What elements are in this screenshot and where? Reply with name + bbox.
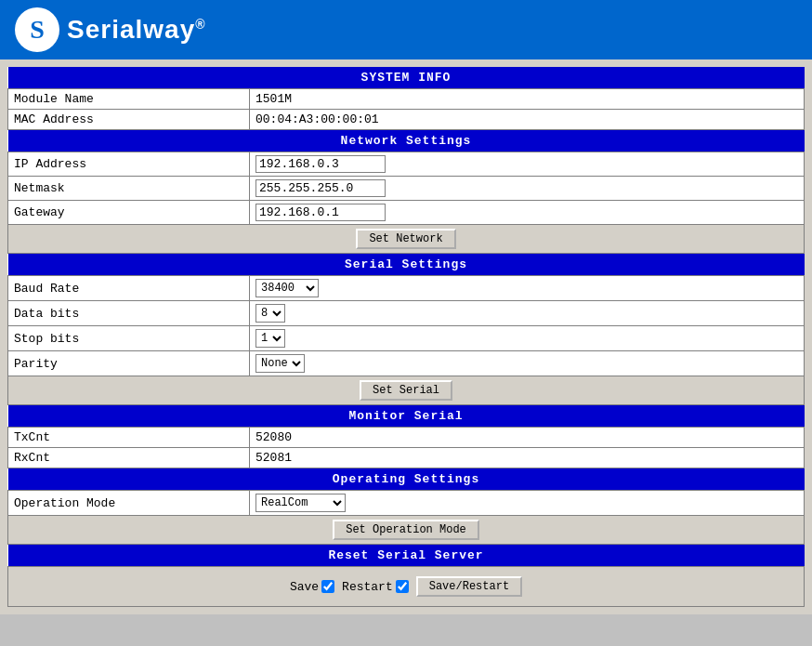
data-bits-cell: 7 8 xyxy=(250,301,805,326)
stop-bits-label: Stop bits xyxy=(8,326,250,351)
mac-address-label: MAC Address xyxy=(8,110,250,130)
parity-cell: None Odd Even xyxy=(250,351,805,376)
txcnt-row: TxCnt 52080 xyxy=(8,428,805,448)
bottom-bar: Save Restart Save/Restart xyxy=(13,572,799,601)
operating-settings-header-row: Operating Settings xyxy=(8,468,805,491)
set-operation-mode-cell: Set Operation Mode xyxy=(8,516,805,545)
netmask-row: Netmask xyxy=(8,177,805,201)
gateway-row: Gateway xyxy=(8,201,805,225)
set-serial-button[interactable]: Set Serial xyxy=(360,380,452,401)
parity-label: Parity xyxy=(8,351,250,376)
system-info-header-row: SYSTEM INFO xyxy=(8,67,805,89)
operation-mode-select[interactable]: RealCom TCP Server TCP Client UDP xyxy=(255,494,346,512)
save-checkbox[interactable] xyxy=(321,580,334,593)
restart-checkbox[interactable] xyxy=(396,580,409,593)
serial-settings-header-row: Serial Settings xyxy=(8,254,805,276)
header: S Serialway® xyxy=(0,0,812,59)
main-content: SYSTEM INFO Module Name 1501M MAC Addres… xyxy=(0,59,812,614)
data-bits-row: Data bits 7 8 xyxy=(8,301,805,326)
mac-address-value: 00:04:A3:00:00:01 xyxy=(250,110,805,130)
restart-label: Restart xyxy=(342,580,409,594)
data-bits-label: Data bits xyxy=(8,301,250,326)
baud-rate-cell: 9600 19200 38400 57600 115200 xyxy=(250,276,805,301)
reset-serial-server-controls-cell: Save Restart Save/Restart xyxy=(8,567,805,607)
stop-bits-select[interactable]: 1 2 xyxy=(255,329,285,348)
netmask-label: Netmask xyxy=(8,177,250,201)
operation-mode-cell: RealCom TCP Server TCP Client UDP xyxy=(250,491,805,516)
network-settings-header-row: Network Settings xyxy=(8,130,805,152)
reset-serial-server-header: Reset Serial Server xyxy=(8,545,805,567)
operation-mode-row: Operation Mode RealCom TCP Server TCP Cl… xyxy=(8,491,805,516)
logo-s-icon: S xyxy=(30,15,45,45)
save-label: Save xyxy=(290,580,334,594)
baud-rate-row: Baud Rate 9600 19200 38400 57600 115200 xyxy=(8,276,805,301)
monitor-serial-header: Monitor Serial xyxy=(8,405,805,428)
netmask-input[interactable] xyxy=(255,179,386,197)
netmask-cell xyxy=(250,177,805,201)
gateway-input[interactable] xyxy=(255,204,386,221)
baud-rate-select[interactable]: 9600 19200 38400 57600 115200 xyxy=(255,279,319,297)
reg-mark: ® xyxy=(195,17,205,32)
brand-name: Serialway® xyxy=(67,15,206,45)
network-settings-header: Network Settings xyxy=(8,130,805,152)
module-name-value: 1501M xyxy=(250,89,805,110)
gateway-cell xyxy=(250,201,805,225)
gateway-label: Gateway xyxy=(8,201,250,225)
set-network-row: Set Network xyxy=(8,225,805,254)
set-network-cell: Set Network xyxy=(8,225,805,254)
reset-serial-server-header-row: Reset Serial Server xyxy=(8,545,805,567)
ip-address-row: IP Address xyxy=(8,152,805,177)
module-name-label: Module Name xyxy=(8,89,250,110)
module-name-row: Module Name 1501M xyxy=(8,89,805,110)
stop-bits-cell: 1 2 xyxy=(250,326,805,351)
ip-address-cell xyxy=(250,152,805,177)
set-serial-cell: Set Serial xyxy=(8,376,805,405)
system-info-header: SYSTEM INFO xyxy=(8,67,805,89)
reset-serial-server-controls-row: Save Restart Save/Restart xyxy=(8,567,805,607)
serial-settings-header: Serial Settings xyxy=(8,254,805,276)
rxcnt-value: 52081 xyxy=(250,448,805,468)
logo-circle: S xyxy=(15,7,59,52)
rxcnt-row: RxCnt 52081 xyxy=(8,448,805,468)
set-network-button[interactable]: Set Network xyxy=(356,229,455,249)
ip-address-label: IP Address xyxy=(8,152,250,177)
txcnt-value: 52080 xyxy=(250,428,805,448)
monitor-serial-header-row: Monitor Serial xyxy=(8,405,805,428)
operating-settings-header: Operating Settings xyxy=(8,468,805,491)
parity-select[interactable]: None Odd Even xyxy=(255,354,305,373)
rxcnt-label: RxCnt xyxy=(8,448,250,468)
data-bits-select[interactable]: 7 8 xyxy=(255,304,285,323)
brand-name-text: Serialway xyxy=(67,15,195,44)
save-restart-button[interactable]: Save/Restart xyxy=(416,576,522,597)
mac-address-row: MAC Address 00:04:A3:00:00:01 xyxy=(8,110,805,130)
set-serial-row: Set Serial xyxy=(8,376,805,405)
main-table: SYSTEM INFO Module Name 1501M MAC Addres… xyxy=(7,67,805,607)
set-operation-mode-button[interactable]: Set Operation Mode xyxy=(333,520,479,540)
set-operation-mode-row: Set Operation Mode xyxy=(8,516,805,545)
operation-mode-label: Operation Mode xyxy=(8,491,250,516)
parity-row: Parity None Odd Even xyxy=(8,351,805,376)
txcnt-label: TxCnt xyxy=(8,428,250,448)
ip-address-input[interactable] xyxy=(255,155,386,173)
baud-rate-label: Baud Rate xyxy=(8,276,250,301)
stop-bits-row: Stop bits 1 2 xyxy=(8,326,805,351)
